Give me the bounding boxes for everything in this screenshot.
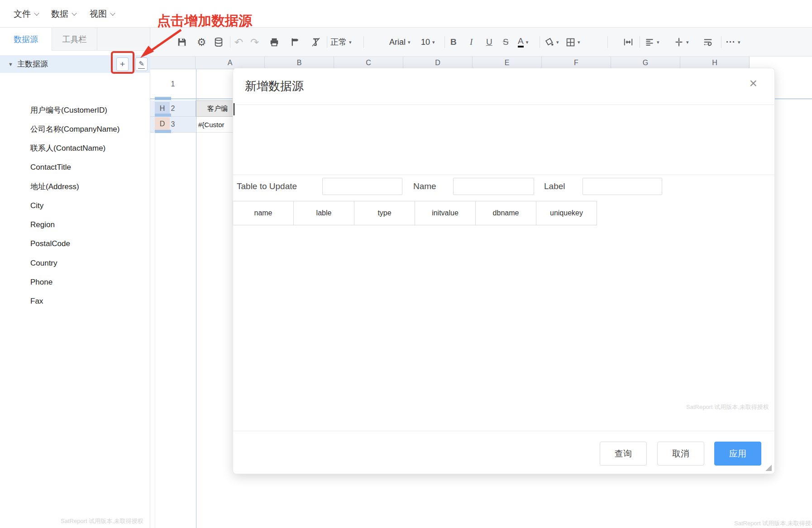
settings-gear-icon[interactable]: ⚙ [197,35,206,49]
label-input[interactable] [583,178,662,195]
underline-button[interactable]: U [486,35,492,49]
tree-field-companyname[interactable]: 公司名称(CompanyName) [30,120,119,139]
database-icon[interactable] [214,35,224,49]
tree-field-contacttitle[interactable]: ContactTitle [30,158,71,177]
caret-down-icon: ▾ [408,39,411,45]
parameter-table-header: name lable type initvalue dbname uniquek… [233,201,597,225]
save-icon[interactable] [177,35,187,49]
caret-down-icon: ▾ [578,39,580,45]
text-wrap-icon[interactable] [702,35,713,49]
strikethrough-button[interactable]: S [503,35,509,49]
table-to-update-input[interactable] [322,178,402,195]
col-name: name [233,201,294,225]
tree-root-label: 主数据源 [17,59,48,69]
annotation-highlight-box [111,51,134,74]
column-header-f[interactable]: F [542,57,611,69]
tree-field-fax[interactable]: Fax [30,292,43,311]
vertical-align-dropdown[interactable]: ▾ [674,35,689,49]
menu-file[interactable]: 文件 [14,0,38,28]
font-family-dropdown[interactable]: Arial▾ [389,35,411,49]
tree-field-postalcode[interactable]: PostalCode [30,234,70,253]
caret-down-icon: ▾ [432,39,435,45]
column-header-d[interactable]: D [403,57,473,69]
fill-color-dropdown[interactable]: ▾ [544,35,559,49]
edit-datasource-button[interactable]: ✎ [135,57,148,71]
text-color-icon: A [518,37,524,48]
italic-button[interactable]: I [470,35,473,49]
row-boundary-accent [155,130,171,133]
app-window: 文件 数据 视图 数据源 工具栏 ▼ 主数据源 + ✎ [0,0,812,528]
dialog-footer: 查询 取消 应用 [233,431,774,474]
select-all-corner[interactable] [150,57,196,69]
print-icon[interactable] [269,35,279,49]
redo-icon[interactable]: ↷ [250,35,259,49]
font-size-value: 10 [421,38,430,47]
resize-handle[interactable] [765,465,772,471]
menu-view[interactable]: 视图 [90,0,115,28]
watermark: SatReport 试用版本,未取得授权 [734,519,812,528]
tree-field-phone[interactable]: Phone [30,273,53,292]
frozen-column-line [196,69,196,528]
grid-line [155,133,155,528]
column-header-row: A B C D E F G H [150,57,750,69]
more-options-dropdown[interactable]: ···▾ [726,35,740,49]
menu-bar: 文件 数据 视图 [0,0,812,28]
name-input[interactable] [453,178,534,195]
column-header-e[interactable]: E [473,57,542,69]
pencil-icon: ✎ [138,60,145,69]
query-button[interactable]: 查询 [600,442,647,466]
text-caret [234,103,234,115]
tab-datasource-label: 数据源 [14,34,38,45]
tree-field-address[interactable]: 地址(Address) [30,177,79,196]
tree-field-customerid[interactable]: 用户编号(CustomerID) [30,101,107,120]
borders-dropdown[interactable]: ▾ [566,35,580,49]
tab-toolbox[interactable]: 工具栏 [52,28,97,51]
watermark: SatReport 试用版本,未取得授权 [686,403,769,411]
row-boundary-accent [155,114,171,117]
caret-down-icon: ▾ [657,39,659,45]
horizontal-align-dropdown[interactable]: ▾ [645,35,659,49]
col-uniquekey: uniquekey [536,201,597,225]
caret-down-icon: ▾ [738,39,740,45]
tree-field-contactname[interactable]: 联系人(ContactName) [30,139,105,158]
menu-data[interactable]: 数据 [51,0,76,28]
col-type: type [354,201,415,225]
font-family-value: Arial [389,38,406,47]
tab-toolbox-label: 工具栏 [62,34,87,45]
col-dbname: dbname [475,201,536,225]
col-initvalue: initvalue [415,201,476,225]
sql-editor-area[interactable] [233,105,774,175]
tree-field-country[interactable]: Country [30,254,57,273]
column-header-b[interactable]: B [265,57,334,69]
apply-button[interactable]: 应用 [714,442,761,466]
add-datasource-dialog: 新增数据源 × Table to Update Name Label name … [233,68,775,474]
tree-field-city[interactable]: City [30,196,43,215]
row-type-marker-detail[interactable]: D [155,117,170,131]
undo-icon[interactable]: ↶ [234,35,243,49]
label-label: Label [544,181,565,191]
clear-format-icon[interactable] [310,35,321,49]
cancel-button[interactable]: 取消 [657,442,704,466]
menu-data-label: 数据 [51,8,68,20]
close-icon[interactable]: × [749,76,757,90]
text-color-dropdown[interactable]: A▾ [518,35,528,49]
column-header-a[interactable]: A [196,57,265,69]
cell-style-dropdown[interactable]: 正常▾ [330,35,352,49]
column-header-g[interactable]: G [611,57,680,69]
tree-field-region[interactable]: Region [30,215,55,234]
font-size-dropdown[interactable]: 10▾ [421,35,435,49]
column-header-c[interactable]: C [334,57,403,69]
merge-cells-icon[interactable] [623,35,634,49]
paint-format-icon[interactable] [290,35,300,49]
dialog-fields-row: Table to Update Name Label [233,175,774,201]
column-header-h[interactable]: H [680,57,750,69]
cell-style-value: 正常 [330,37,347,48]
sidebar-tab-strip: 数据源 工具栏 [0,28,150,51]
tab-datasource[interactable]: 数据源 [0,28,52,51]
expand-arrow-icon[interactable]: ▼ [8,62,13,67]
sidebar: 数据源 工具栏 ▼ 主数据源 + ✎ 用户编号(CustomerID) 公司名称… [0,28,150,528]
watermark: SatReport 试用版本,未取得授权 [61,517,143,525]
row-header-1[interactable]: 1 [150,69,196,99]
caret-down-icon: ▾ [556,39,559,45]
bold-button[interactable]: B [450,35,457,49]
